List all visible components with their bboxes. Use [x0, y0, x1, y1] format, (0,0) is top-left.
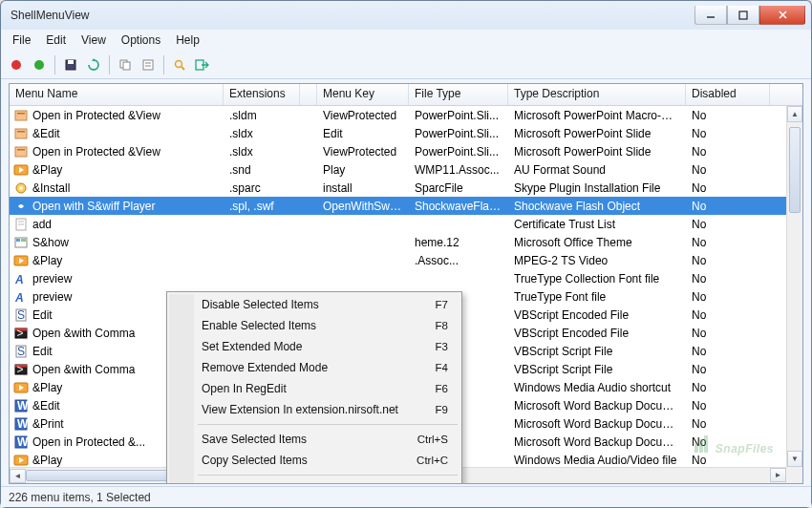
- context-menu-label: Open In RegEdit: [202, 382, 287, 395]
- listview-header: Menu Name Extensions Menu Key File Type …: [10, 84, 802, 106]
- col-file-type[interactable]: File Type: [409, 84, 508, 105]
- cell-type-desc: TrueType Font file: [508, 290, 686, 304]
- cell-file-type: .Assoc...: [409, 254, 508, 267]
- table-row[interactable]: Open in Protected &View.sldxViewProtecte…: [10, 142, 802, 160]
- scrollbar-vertical[interactable]: ▲ ▼: [786, 106, 802, 467]
- context-menu-shortcut: Ctrl+C: [417, 455, 448, 466]
- table-row[interactable]: &Play.sndPlayWMP11.Assoc...AU Format Sou…: [10, 160, 802, 179]
- table-row[interactable]: ApreviewTrueType Collection Font fileNo: [10, 269, 802, 287]
- table-row[interactable]: Open with S&wiff Player.spl, .swfOpenWit…: [10, 197, 802, 215]
- cell-type-desc: Microsoft Word Backup Docum...: [508, 417, 686, 431]
- font-icon: A: [13, 271, 29, 286]
- cell-type-desc: Windows Media Audio shortcut: [508, 381, 686, 394]
- svg-text:W: W: [17, 399, 29, 413]
- cell-menu-name: &Play: [32, 454, 62, 467]
- cell-type-desc: Shockwave Flash Object: [508, 200, 686, 213]
- context-menu-item[interactable]: Set Extended ModeF3: [169, 336, 459, 357]
- context-menu-item[interactable]: Open In RegEditF6: [169, 378, 459, 399]
- context-menu-item[interactable]: HTML Report - All Items: [169, 479, 459, 484]
- menu-help[interactable]: Help: [168, 32, 207, 49]
- listview[interactable]: Menu Name Extensions Menu Key File Type …: [9, 83, 803, 484]
- context-menu-label: Save Selected Items: [202, 433, 307, 446]
- menu-view[interactable]: View: [74, 32, 114, 49]
- word-icon: W: [13, 416, 29, 432]
- col-resize-handle[interactable]: [300, 84, 317, 105]
- col-menu-name[interactable]: Menu Name: [10, 84, 224, 105]
- cmd-icon: >_: [13, 326, 29, 341]
- cell-disabled: No: [686, 345, 770, 358]
- context-menu-separator: [198, 424, 458, 425]
- context-menu-shortcut: F8: [436, 320, 448, 331]
- exit-icon[interactable]: [193, 55, 212, 74]
- context-menu-item[interactable]: Enable Selected ItemsF8: [169, 315, 459, 336]
- scroll-thumb[interactable]: [789, 127, 801, 213]
- cell-menu-key: ViewProtected: [317, 145, 409, 159]
- menu-edit[interactable]: Edit: [38, 32, 74, 49]
- cell-menu-name: Open &with Comma: [32, 363, 135, 376]
- table-row[interactable]: Open in Protected &View.sldmViewProtecte…: [10, 106, 802, 124]
- svg-text:A: A: [14, 273, 24, 286]
- cell-disabled: No: [686, 200, 770, 213]
- menu-options[interactable]: Options: [114, 32, 168, 49]
- titlebar[interactable]: ShellMenuView: [1, 1, 811, 30]
- table-row[interactable]: &Edit.sldxEditPowerPoint.Sli...Microsoft…: [10, 124, 802, 142]
- disable-icon[interactable]: [7, 55, 26, 74]
- cell-type-desc: Microsoft Word Backup Docum...: [508, 399, 686, 413]
- context-menu-item[interactable]: Copy Selected ItemsCtrl+C: [169, 450, 459, 471]
- context-menu-item[interactable]: Remove Extended ModeF4: [169, 357, 459, 378]
- svg-rect-30: [16, 239, 20, 242]
- svg-rect-7: [68, 60, 74, 64]
- cell-disabled: No: [686, 145, 770, 159]
- col-extensions[interactable]: Extensions: [224, 84, 300, 105]
- scroll-left-icon[interactable]: ◄: [10, 469, 26, 483]
- svg-line-14: [182, 67, 184, 70]
- gear-icon: [13, 180, 29, 196]
- menu-file[interactable]: File: [5, 32, 38, 49]
- context-menu-item[interactable]: Save Selected ItemsCtrl+S: [169, 429, 459, 450]
- play-icon: [13, 253, 29, 268]
- cell-disabled: No: [686, 218, 770, 231]
- properties-icon[interactable]: [139, 55, 158, 74]
- context-menu-label: Remove Extended Mode: [202, 361, 328, 374]
- scroll-up-icon[interactable]: ▲: [787, 106, 802, 122]
- close-button[interactable]: [759, 6, 805, 25]
- cell-file-type: ShockwaveFlas...: [409, 200, 508, 213]
- cell-disabled: No: [686, 435, 770, 449]
- svg-rect-20: [15, 147, 27, 157]
- cell-type-desc: Microsoft PowerPoint Slide: [508, 127, 686, 140]
- refresh-icon[interactable]: [84, 55, 103, 74]
- minimize-button[interactable]: [694, 6, 727, 25]
- svg-point-24: [19, 186, 23, 190]
- cell-type-desc: VBScript Script File: [508, 363, 686, 376]
- col-type-desc[interactable]: Type Description: [508, 84, 686, 105]
- svg-point-13: [176, 60, 182, 67]
- cell-menu-name: Open in Protected &View: [32, 145, 160, 159]
- table-row[interactable]: S&howheme.12Microsoft Office ThemeNo: [10, 233, 802, 251]
- status-text: 226 menu items, 1 Selected: [9, 491, 151, 504]
- context-menu-item[interactable]: View Extension In extension.nirsoft.netF…: [169, 399, 459, 420]
- col-disabled[interactable]: Disabled: [686, 84, 770, 105]
- svg-text:>_: >_: [17, 362, 30, 375]
- cell-type-desc: Certificate Trust List: [508, 218, 686, 231]
- table-row[interactable]: addCertificate Trust ListNo: [10, 215, 802, 233]
- maximize-button[interactable]: [727, 6, 759, 25]
- cell-menu-name: Open &with Comma: [32, 327, 135, 340]
- table-row[interactable]: &Install.sparcinstallSparcFileSkype Plug…: [10, 179, 802, 197]
- cell-extensions: .sldx: [224, 127, 300, 140]
- svg-text:S: S: [17, 308, 25, 322]
- copy-icon[interactable]: [116, 55, 135, 74]
- table-row[interactable]: &Play.Assoc...MPEG-2 TS VideoNo: [10, 251, 802, 269]
- cell-menu-key: Play: [317, 163, 409, 177]
- enable-icon[interactable]: [30, 55, 49, 74]
- cell-disabled: No: [686, 327, 770, 340]
- svg-point-4: [11, 60, 21, 70]
- context-menu-label: Disable Selected Items: [202, 298, 319, 311]
- find-icon[interactable]: [170, 55, 189, 74]
- context-menu-item[interactable]: Disable Selected ItemsF7: [169, 294, 459, 315]
- cell-type-desc: VBScript Encoded File: [508, 327, 686, 340]
- scroll-right-icon[interactable]: ►: [770, 468, 786, 482]
- svg-rect-19: [17, 131, 25, 133]
- scroll-down-icon[interactable]: ▼: [787, 451, 802, 467]
- col-menu-key[interactable]: Menu Key: [317, 84, 409, 105]
- save-icon[interactable]: [61, 55, 80, 74]
